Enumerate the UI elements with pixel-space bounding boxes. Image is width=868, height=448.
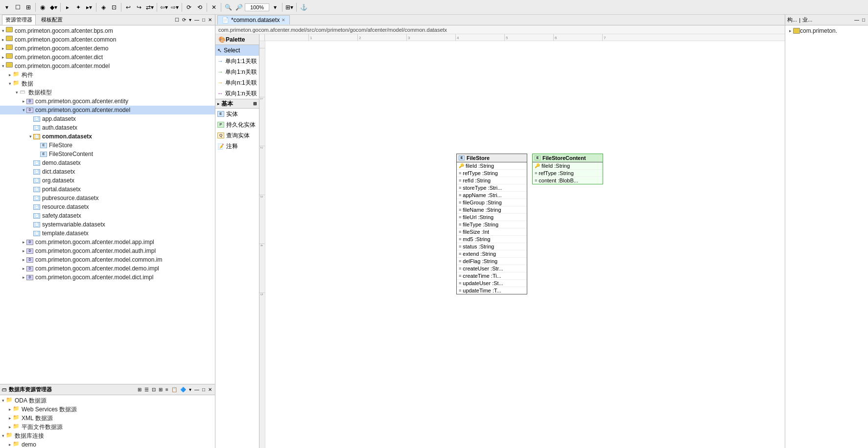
toolbar-icon-15[interactable]: ⇨▾ (170, 2, 180, 12)
palette-item-1ton[interactable]: → 单向1:n关联 (215, 67, 259, 77)
toolbar-icon-10[interactable]: ⊡ (109, 2, 119, 12)
panel-refresh-icon[interactable]: ⟳ (181, 17, 187, 23)
tree-item-4[interactable]: ▸com.primeton.gocom.afcenter.dict (0, 53, 215, 62)
basic-section-expand-icon[interactable]: ⊞ (253, 101, 257, 106)
toolbar-icon-12[interactable]: ↪ (134, 2, 144, 12)
toolbar-icon-20[interactable]: ⊞▾ (284, 2, 294, 12)
db-icon-2[interactable]: ☰ (143, 386, 150, 393)
tab-resource-manager[interactable]: 资源管理器 (2, 15, 36, 25)
toolbar-icon-2[interactable]: ☐ (13, 2, 23, 12)
tree-item-1[interactable]: ▾com.primeton.gocom.afcenter.bps.om (0, 26, 215, 35)
tree-item-3[interactable]: ▸com.primeton.gocom.afcenter.demo (0, 44, 215, 53)
palette-item-select[interactable]: ↖ Select (215, 45, 259, 56)
palette-item-1to1[interactable]: → 单向1:1关联 (215, 56, 259, 67)
toolbar-icon-6[interactable]: ▸ (63, 2, 72, 12)
toolbar-icon-18[interactable]: ✕ (209, 2, 219, 12)
toolbar-icon-19[interactable]: ▾ (270, 2, 280, 12)
palette-item-nto1[interactable]: → 单向n:1关联 (215, 77, 259, 88)
tree-item-29[interactable]: ▸Dcom.primeton.gocom.afcenter.model.dict… (0, 273, 215, 282)
db-tree-item-5[interactable]: ▸📁demo (0, 440, 215, 448)
db-icon-5[interactable]: ≡ (164, 386, 169, 393)
palette-basic-section[interactable]: ▸ 基本 ⊞ (215, 99, 259, 109)
db-close-icon[interactable]: ✕ (207, 386, 213, 393)
tree-item-10[interactable]: ▾Dcom.primeton.gocom.afcenter.model (0, 106, 215, 114)
panel-close-icon[interactable]: ✕ (207, 17, 213, 23)
toolbar-icon-11[interactable]: ↩ (123, 2, 133, 12)
db-icon-4[interactable]: ⊞ (158, 386, 164, 393)
tree-item-25[interactable]: ▸Dcom.primeton.gocom.afcenter.model.app.… (0, 238, 215, 246)
toolbar-icon-5[interactable]: ◆▾ (48, 2, 58, 12)
tree-item-19[interactable]: 📄portal.datasetx (0, 185, 215, 194)
panel-new-icon[interactable]: ☐ (174, 17, 180, 23)
db-icon-6[interactable]: 📋 (170, 386, 178, 393)
toolbar-icon-1[interactable]: ▾ (2, 2, 12, 12)
toolbar-icon-13[interactable]: ⇄▾ (145, 2, 155, 12)
db-tree-item-0[interactable]: ▾📁ODA 数据源 (0, 396, 215, 405)
zoom-in-icon[interactable]: 🔎 (234, 2, 244, 12)
db-icon-7[interactable]: 🔷 (179, 386, 187, 393)
tree-item-17[interactable]: 📄dict.datasetx (0, 167, 215, 176)
toolbar-icon-9[interactable]: ◈ (98, 2, 108, 12)
panel-maximize-icon[interactable]: □ (201, 17, 206, 23)
palette-item-entity[interactable]: E 实体 (215, 109, 259, 119)
right-maximize-icon[interactable]: □ (861, 17, 866, 23)
filestorecontent-entity[interactable]: E FileStoreContent 🔑 fileId :String ≡ re… (532, 154, 603, 184)
right-minimize-icon[interactable]: — (853, 17, 860, 23)
diagram-canvas[interactable]: E FileStore 🔑 fileId :String ≡ refType :… (265, 41, 785, 448)
db-tree-item-2[interactable]: ▸📁XML 数据源 (0, 414, 215, 423)
toolbar-icon-7[interactable]: ✦ (73, 2, 83, 12)
tree-item-23[interactable]: 📄systemvariable.datasetx (0, 220, 215, 229)
toolbar-icon-4[interactable]: ◉ (38, 2, 47, 12)
filestore-entity[interactable]: E FileStore 🔑 fileId :String ≡ refType :… (456, 154, 527, 294)
db-tree-item-1[interactable]: ▸📁Web Services 数据源 (0, 405, 215, 414)
palette-item-bidir[interactable]: ↔ 双向1:n关联 (215, 88, 259, 99)
tree-item-2[interactable]: ▸com.primeton.gocom.afcenter.common (0, 35, 215, 44)
editor-tab-common[interactable]: 📄 *common.datasetx ✕ (217, 15, 290, 24)
tree-item-6[interactable]: ▸📁构件 (0, 70, 215, 79)
right-tree-item-1[interactable]: ▸ com.primeton. (787, 26, 866, 35)
tree-item-13[interactable]: ▾📄common.datasetx (0, 132, 215, 141)
tree-item-20[interactable]: 📄pubresource.datasetx (0, 194, 215, 202)
tree-item-21[interactable]: 📄resource.datasetx (0, 202, 215, 211)
tree-item-5[interactable]: ▾com.primeton.gocom.afcenter.model (0, 62, 215, 70)
panel-minimize-icon[interactable]: — (193, 17, 200, 23)
tree-item-14[interactable]: EFileStore (0, 141, 215, 150)
tree-item-7[interactable]: ▾📁数据 (0, 79, 215, 88)
toolbar-icon-8[interactable]: ▸▾ (84, 2, 94, 12)
tree-item-28[interactable]: ▸Dcom.primeton.gocom.afcenter.model.demo… (0, 264, 215, 273)
db-tree-item-4[interactable]: ▾📁数据库连接 (0, 431, 215, 440)
tree-item-9[interactable]: ▸Dcom.primeton.gocom.afcenter.entity (0, 97, 215, 106)
right-tab-2[interactable]: 业... (802, 16, 812, 23)
tree-item-8[interactable]: ▾🗃数据模型 (0, 88, 215, 97)
tree-item-22[interactable]: 📄safety.datasetx (0, 211, 215, 220)
tree-item-27[interactable]: ▸Dcom.primeton.gocom.afcenter.model.comm… (0, 255, 215, 264)
tree-item-24[interactable]: 📄template.datasetx (0, 229, 215, 238)
toolbar-icon-3[interactable]: ⊞ (23, 2, 33, 12)
toolbar-icon-21[interactable]: ⚓ (299, 2, 308, 12)
toolbar-icon-16[interactable]: ⟳ (184, 2, 194, 12)
zoom-out-icon[interactable]: 🔍 (223, 2, 233, 12)
tree-item-12[interactable]: 📄auth.datasetx (0, 123, 215, 132)
panel-collapse-icon[interactable]: ▾ (188, 17, 192, 23)
tree-item-26[interactable]: ▸Dcom.primeton.gocom.afcenter.model.auth… (0, 246, 215, 255)
tab-template-config[interactable]: 模板配置 (38, 15, 66, 25)
toolbar-icon-17[interactable]: ⟲ (195, 2, 205, 12)
zoom-level[interactable]: 100% (245, 3, 269, 11)
right-tab-1[interactable]: 构... (787, 16, 797, 23)
db-minimize-icon[interactable]: — (193, 386, 200, 393)
tree-item-11[interactable]: 📄app.datasetx (0, 114, 215, 123)
palette-item-persist[interactable]: P 持久化实体 (215, 119, 259, 130)
tree-item-18[interactable]: 📄org.datasetx (0, 176, 215, 185)
toolbar-icon-14[interactable]: ⇦▾ (159, 2, 169, 12)
tree-item-15[interactable]: EFileStoreContent (0, 150, 215, 158)
palette-item-note[interactable]: 📝 注释 (215, 141, 259, 152)
db-collapse-icon[interactable]: ▾ (188, 386, 192, 393)
palette-item-query[interactable]: Q 查询实体 (215, 130, 259, 141)
db-maximize-icon[interactable]: □ (201, 386, 206, 393)
editor-tab-close-icon[interactable]: ✕ (282, 18, 285, 22)
db-icon-1[interactable]: ⊞ (137, 386, 142, 393)
db-tree-item-3[interactable]: ▸📁平面文件数据源 (0, 423, 215, 431)
tree-arrow-7: ▾ (7, 81, 13, 86)
tree-item-16[interactable]: 📄demo.datasetx (0, 158, 215, 167)
db-icon-3[interactable]: ⊡ (151, 386, 157, 393)
